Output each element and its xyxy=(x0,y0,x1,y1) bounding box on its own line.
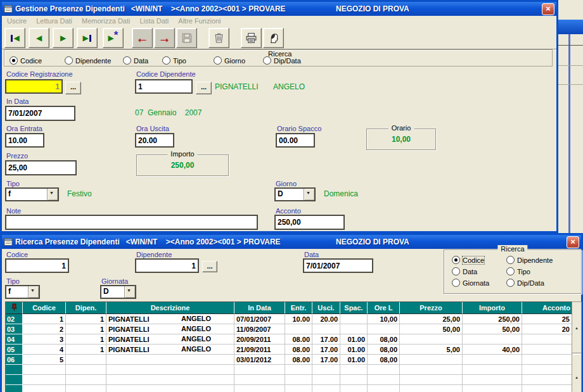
in-data-input[interactable] xyxy=(5,106,75,121)
cell-spac[interactable] xyxy=(340,375,368,385)
cell-spac[interactable] xyxy=(340,365,368,375)
data-input[interactable] xyxy=(303,258,373,273)
chevron-down-icon[interactable] xyxy=(124,286,135,298)
cell-importo[interactable]: 250,00 xyxy=(463,314,522,324)
cell-ore-l[interactable]: 08,00 xyxy=(368,345,400,355)
cell-spac[interactable]: 01.00 xyxy=(340,355,368,365)
cell-usci[interactable] xyxy=(312,324,340,334)
tipo-combobox[interactable]: f xyxy=(5,285,40,299)
cell-codice[interactable]: 5 xyxy=(23,355,66,365)
main-titlebar[interactable]: Gestione Presenze Dipendenti <WIN/NT ><A… xyxy=(2,2,556,16)
close-icon[interactable]: × xyxy=(567,236,579,248)
chevron-down-icon[interactable] xyxy=(28,286,39,298)
cell-prezzo[interactable] xyxy=(400,334,463,345)
cell-in-data[interactable]: 07/01/2007 xyxy=(234,314,285,324)
print-button[interactable] xyxy=(241,28,262,48)
radio-dip-data[interactable]: Dip/Data xyxy=(263,56,301,65)
cell-spac[interactable]: 01.00 xyxy=(340,334,368,345)
radio-data[interactable]: Data xyxy=(123,56,148,65)
cell-usci[interactable]: 17.00 xyxy=(312,334,340,345)
cell-entr[interactable] xyxy=(285,324,312,334)
radio-tipo[interactable]: Tipo xyxy=(506,267,530,275)
cell-entr[interactable]: 08.00 xyxy=(285,345,312,355)
close-icon[interactable]: × xyxy=(542,3,554,15)
cell-dipen[interactable] xyxy=(66,365,106,375)
results-table[interactable]: CodiceDipen.DescrizioneIn DataEntr.Usci.… xyxy=(6,302,572,392)
cell-acconto[interactable]: 25 xyxy=(522,314,572,324)
ora-uscita-input[interactable] xyxy=(135,133,174,148)
cell-entr[interactable] xyxy=(285,365,312,375)
codice-dipendente-browse-button[interactable]: ... xyxy=(196,82,212,94)
radio-codice[interactable]: Codice xyxy=(10,56,42,65)
radio-tipo[interactable]: Tipo xyxy=(162,56,186,65)
cell-codice[interactable] xyxy=(23,375,66,385)
cell-ore-l[interactable]: 08,00 xyxy=(368,334,400,345)
codice-input[interactable] xyxy=(5,258,69,273)
tipo-combobox[interactable]: f xyxy=(5,187,59,201)
cell-acconto[interactable] xyxy=(522,365,572,375)
row-header[interactable]: 04 xyxy=(6,334,23,345)
row-header[interactable] xyxy=(6,365,23,375)
table-row[interactable]: 0541PIGNATELLIANGELO21/09/201108.0017.00… xyxy=(6,345,572,355)
menu-item-altre-funzioni[interactable]: Altre Funzioni xyxy=(178,17,221,25)
scroll-marker-icon[interactable]: ▲ xyxy=(575,376,579,379)
cell-descrizione[interactable] xyxy=(106,365,234,375)
delete-button[interactable] xyxy=(208,28,229,48)
cell-descrizione[interactable]: PIGNATELLIANGELO xyxy=(106,324,234,334)
prezzo-input[interactable] xyxy=(5,160,77,175)
cell-ore-l[interactable] xyxy=(368,385,400,392)
radio-dipendente[interactable]: Dipendente xyxy=(506,256,553,264)
employee-button[interactable] xyxy=(263,28,284,48)
cell-entr[interactable]: 08.00 xyxy=(285,355,312,365)
scrollbar-thumb-edge[interactable] xyxy=(572,353,581,355)
cell-entr[interactable] xyxy=(285,375,312,385)
table-row[interactable]: 06503/01/201208.0017.0001.0008,00 xyxy=(6,355,572,365)
cell-spac[interactable]: 01.00 xyxy=(340,345,368,355)
search-titlebar[interactable]: Ricerca Presenze Dipendenti <WIN/NT ><An… xyxy=(2,235,581,249)
giornata-combobox[interactable]: D xyxy=(100,285,136,299)
cell-descrizione[interactable] xyxy=(106,355,234,365)
column-header-entr[interactable]: Entr. xyxy=(285,302,312,314)
giorno-combobox[interactable]: D xyxy=(274,187,316,201)
ora-entrata-input[interactable] xyxy=(5,133,44,148)
cell-prezzo[interactable] xyxy=(400,375,463,385)
menu-item-lista-dati[interactable]: Lista Dati xyxy=(139,17,169,25)
cell-ore-l[interactable]: 08,00 xyxy=(368,355,400,365)
cell-spac[interactable] xyxy=(340,314,368,324)
dipendente-input[interactable] xyxy=(135,258,199,273)
cell-importo[interactable] xyxy=(463,334,522,345)
cell-ore-l[interactable] xyxy=(368,375,400,385)
row-header[interactable]: 03 xyxy=(6,324,23,334)
cell-dipen[interactable]: 1 xyxy=(66,314,106,324)
nav-first-button[interactable]: ◀ xyxy=(4,28,25,48)
cell-spac[interactable] xyxy=(340,324,368,334)
new-record-button[interactable]: ▶* xyxy=(103,28,124,48)
cell-usci[interactable]: 17.00 xyxy=(312,345,340,355)
cell-importo[interactable] xyxy=(463,385,522,392)
radio-giornata[interactable]: Giornata xyxy=(452,279,489,287)
chevron-down-icon[interactable] xyxy=(47,189,58,200)
cell-prezzo[interactable] xyxy=(400,385,463,392)
table-row[interactable]: 0321PIGNATELLIANGELO11/09/200750,0050,00… xyxy=(6,324,572,334)
menu-item-lettura-dati[interactable]: Lettura Dati xyxy=(36,17,72,25)
cell-descrizione[interactable]: PIGNATELLIANGELO xyxy=(106,345,234,355)
table-row[interactable] xyxy=(6,385,572,392)
menu-item-uscire[interactable]: Uscire xyxy=(7,17,27,25)
cell-in-data[interactable] xyxy=(234,375,285,385)
nav-prev-button[interactable]: ◀ xyxy=(29,28,49,48)
cell-codice[interactable]: 4 xyxy=(23,345,66,355)
cell-in-data[interactable] xyxy=(234,365,285,375)
cell-in-data[interactable]: 21/09/2011 xyxy=(234,345,285,355)
cell-acconto[interactable]: 20 xyxy=(522,324,572,334)
cell-ore-l[interactable]: 10,00 xyxy=(368,314,400,324)
column-header-in-data[interactable]: In Data xyxy=(234,302,285,314)
note-input[interactable] xyxy=(5,215,258,230)
cell-importo[interactable]: 40,00 xyxy=(463,345,522,355)
column-header-importo[interactable]: Importo xyxy=(463,302,522,314)
row-header[interactable]: 06 xyxy=(6,355,23,365)
table-row[interactable] xyxy=(6,365,572,375)
page-prev-button[interactable]: ← xyxy=(132,28,153,48)
cell-dipen[interactable]: 1 xyxy=(66,324,106,334)
column-header-ore-l[interactable]: Ore L xyxy=(368,302,400,314)
column-header-prezzo[interactable]: Prezzo xyxy=(400,302,463,314)
